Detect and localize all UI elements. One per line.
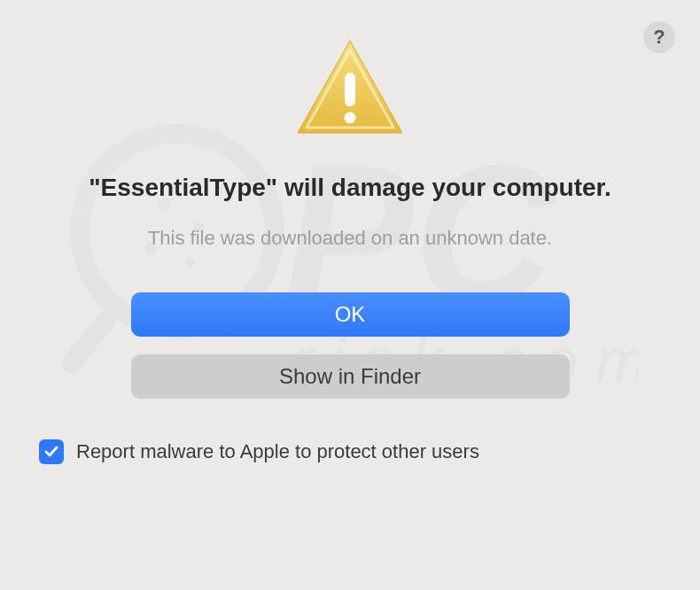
report-malware-row: Report malware to Apple to protect other… <box>35 439 479 464</box>
ok-button[interactable]: OK <box>131 292 570 337</box>
help-button[interactable]: ? <box>643 21 675 53</box>
warning-icon <box>292 35 408 145</box>
checkmark-icon <box>43 443 60 461</box>
button-stack: OK Show in Finder <box>131 292 570 399</box>
malware-warning-dialog: ? "EssentialType" will damage your compu… <box>0 0 700 590</box>
dialog-headline: "EssentialType" will damage your compute… <box>62 172 637 204</box>
svg-point-9 <box>345 113 356 124</box>
dialog-subtext: This file was downloaded on an unknown d… <box>148 227 552 250</box>
report-malware-label: Report malware to Apple to protect other… <box>76 440 479 463</box>
show-in-finder-button[interactable]: Show in Finder <box>131 354 570 399</box>
report-malware-checkbox[interactable] <box>39 439 64 464</box>
svg-rect-8 <box>345 73 355 106</box>
